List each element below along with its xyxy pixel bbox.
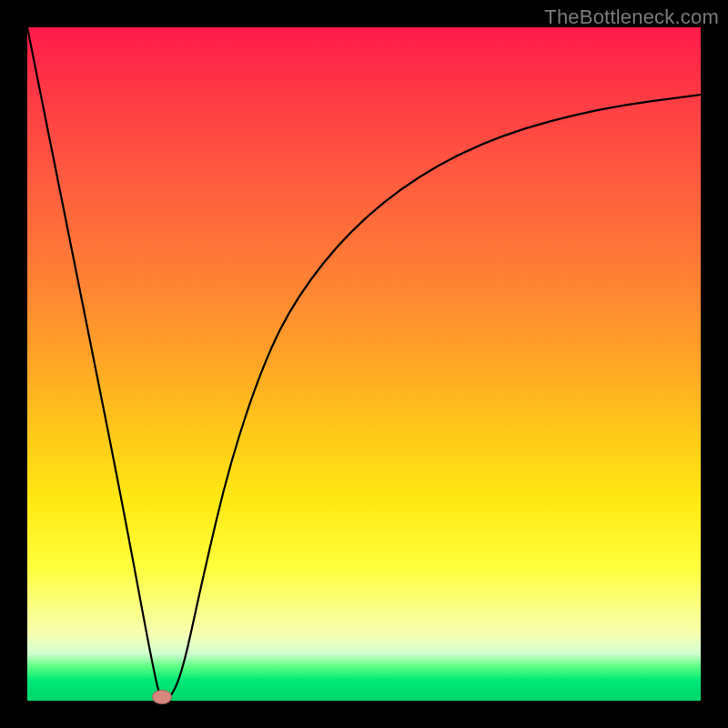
chart-frame: TheBottleneck.com	[0, 0, 728, 728]
optimal-marker	[152, 690, 172, 704]
plot-area	[27, 27, 701, 701]
watermark-text: TheBottleneck.com	[544, 5, 719, 29]
